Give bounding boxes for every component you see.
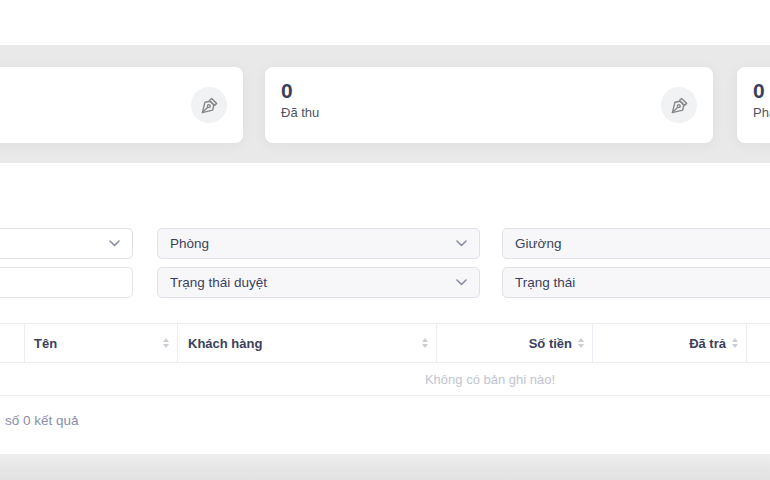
stat-card-text: 0 Phải thu <box>753 79 770 121</box>
sort-icon <box>732 338 738 348</box>
table-header-amount[interactable]: Số tiền <box>437 324 593 362</box>
column-label: Số tiền <box>529 336 572 351</box>
stat-value: 0 <box>281 79 319 103</box>
stat-label: Phải thu <box>753 105 770 121</box>
table-header-row: Tên Khách hàng Số tiền Đã trả <box>0 323 770 363</box>
chevron-down-icon <box>456 240 467 247</box>
pen-tool-icon <box>201 97 218 114</box>
stat-card-receivable: 0 Phải thu <box>737 67 770 143</box>
stat-card-collected: 0 Đã thu <box>265 67 713 143</box>
chevron-down-icon <box>109 240 120 247</box>
table-header-cut-right[interactable] <box>747 324 770 362</box>
stat-value: 0 <box>753 79 770 103</box>
filter-select-value: Phòng <box>170 236 209 251</box>
filter-select-bed[interactable]: Giường <box>502 228 770 259</box>
stat-label: Đã thu <box>281 105 319 121</box>
column-label: Khách hàng <box>188 336 262 351</box>
filter-select-approval-status[interactable]: Trạng thái duyệt <box>157 267 480 298</box>
table-results-info: số 0 kết quả <box>5 413 79 428</box>
filter-select-value: Trạng thái duyệt <box>170 275 267 290</box>
table-empty-message: Không có bản ghi nào! <box>425 371 555 386</box>
stat-card-text: 0 Đã thu <box>281 79 319 121</box>
table-header-paid[interactable]: Đã trả <box>593 324 747 362</box>
table-header-name[interactable]: Tên <box>25 324 178 362</box>
column-label: Tên <box>34 336 57 351</box>
sort-icon <box>422 338 428 348</box>
filter-select-room[interactable]: Phòng <box>157 228 480 259</box>
top-navbar <box>0 0 770 45</box>
table-header-cut-left[interactable] <box>0 324 25 362</box>
pen-tool-icon <box>671 97 688 114</box>
stat-card-left <box>0 67 243 143</box>
chevron-down-icon <box>456 279 467 286</box>
table-header-customer[interactable]: Khách hàng <box>178 324 437 362</box>
table-empty-row: Không có bản ghi nào! <box>0 362 770 396</box>
page-footer-strip <box>0 454 770 480</box>
page: 0 Đã thu 0 Phải thu Phòng Giường Trạng <box>0 0 770 480</box>
filter-text-input[interactable] <box>0 267 133 298</box>
sort-icon <box>578 338 584 348</box>
sort-icon <box>163 338 169 348</box>
card-action-button[interactable] <box>191 87 227 123</box>
card-action-button[interactable] <box>661 87 697 123</box>
filter-select-status[interactable]: Trạng thái <box>502 267 770 298</box>
filter-select-value: Giường <box>515 236 561 251</box>
filter-select-value: Trạng thái <box>515 275 575 290</box>
column-label: Đã trả <box>689 336 726 351</box>
filter-select-leftmost[interactable] <box>0 228 133 259</box>
